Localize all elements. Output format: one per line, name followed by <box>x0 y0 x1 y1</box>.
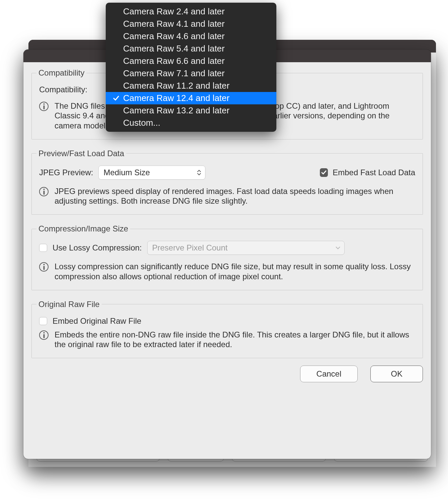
compatibility-option[interactable]: Camera Raw 4.1 and later <box>106 18 276 30</box>
compatibility-option-label: Camera Raw 4.1 and later <box>123 19 225 29</box>
check-icon <box>112 95 120 101</box>
compatibility-option[interactable]: Camera Raw 6.6 and later <box>106 55 276 67</box>
compatibility-option-label: Camera Raw 13.2 and later <box>123 105 230 116</box>
compatibility-dropdown[interactable]: Camera Raw 2.4 and laterCamera Raw 4.1 a… <box>106 3 276 132</box>
svg-point-6 <box>43 332 44 333</box>
cancel-button[interactable]: Cancel <box>300 366 358 382</box>
compatibility-option[interactable]: Camera Raw 7.1 and later <box>106 67 276 80</box>
svg-rect-5 <box>43 266 44 270</box>
embed-original-label: Embed Original Raw File <box>53 316 141 326</box>
compatibility-option-label: Camera Raw 2.4 and later <box>123 6 225 17</box>
lossy-label: Use Lossy Compression: <box>53 243 142 253</box>
jpeg-preview-label: JPEG Preview: <box>39 168 93 177</box>
compatibility-label: Compatibility: <box>39 85 87 94</box>
svg-point-2 <box>43 189 44 190</box>
compatibility-option[interactable]: Camera Raw 12.4 and later <box>106 92 276 104</box>
svg-point-0 <box>43 103 44 105</box>
original-group: Original Raw File Embed Original Raw Fil… <box>31 300 423 359</box>
jpeg-preview-select[interactable]: Medium Size <box>98 166 205 180</box>
compatibility-option[interactable]: Camera Raw 2.4 and later <box>106 5 276 18</box>
svg-rect-3 <box>43 191 44 195</box>
info-icon <box>39 187 49 196</box>
original-info: Embeds the entire non-DNG raw file insid… <box>55 330 415 349</box>
compatibility-option[interactable]: Camera Raw 13.2 and later <box>106 104 276 117</box>
embed-fastload-checkbox[interactable] <box>320 168 328 177</box>
compatibility-option[interactable]: Camera Raw 4.6 and later <box>106 30 276 42</box>
chevron-updown-icon <box>197 170 201 175</box>
compatibility-option-label: Camera Raw 12.4 and later <box>123 93 230 103</box>
chevron-down-icon <box>336 246 340 249</box>
compatibility-option[interactable]: Custom... <box>106 117 276 129</box>
embed-original-checkbox[interactable] <box>39 317 47 325</box>
compatibility-legend: Compatibility <box>36 68 86 78</box>
compatibility-option-label: Camera Raw 11.2 and later <box>123 81 230 91</box>
lossy-size-select: Preserve Pixel Count <box>147 241 345 255</box>
compatibility-option-label: Camera Raw 4.6 and later <box>123 31 225 41</box>
info-icon <box>39 330 49 340</box>
compatibility-option[interactable]: Camera Raw 5.4 and later <box>106 42 276 55</box>
compression-legend: Compression/Image Size <box>36 224 130 233</box>
preview-group: Preview/Fast Load Data JPEG Preview: Med… <box>31 149 423 215</box>
svg-rect-1 <box>43 105 44 109</box>
svg-point-4 <box>43 264 44 265</box>
svg-rect-7 <box>43 334 44 338</box>
preview-legend: Preview/Fast Load Data <box>36 149 126 158</box>
lossy-size-value: Preserve Pixel Count <box>152 243 228 253</box>
original-legend: Original Raw File <box>36 300 102 309</box>
compatibility-option-label: Camera Raw 7.1 and later <box>123 68 225 79</box>
info-icon <box>39 262 49 272</box>
compatibility-option-label: Custom... <box>123 118 160 128</box>
compatibility-option-label: Camera Raw 5.4 and later <box>123 43 225 54</box>
info-icon <box>39 102 49 111</box>
ok-button[interactable]: OK <box>370 366 423 382</box>
lossy-checkbox[interactable] <box>39 244 47 252</box>
embed-fastload-label: Embed Fast Load Data <box>333 168 415 177</box>
compatibility-option[interactable]: Camera Raw 11.2 and later <box>106 80 276 92</box>
compatibility-option-label: Camera Raw 6.6 and later <box>123 56 225 66</box>
compression-info: Lossy compression can significantly redu… <box>55 262 415 281</box>
compression-group: Compression/Image Size Use Lossy Compres… <box>31 224 423 290</box>
preview-info: JPEG previews speed display of rendered … <box>55 186 415 206</box>
jpeg-preview-value: Medium Size <box>103 168 150 177</box>
